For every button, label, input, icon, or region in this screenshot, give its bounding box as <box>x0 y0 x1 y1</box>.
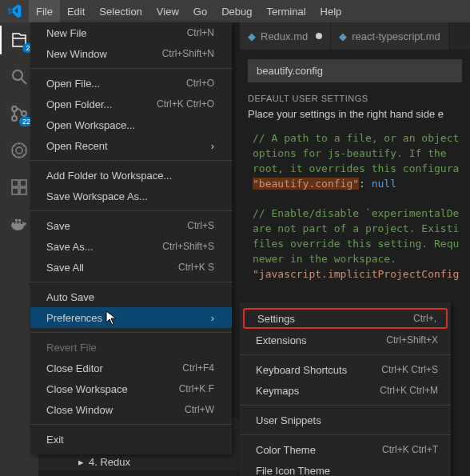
menu-terminal[interactable]: Terminal <box>259 0 313 22</box>
tab-react-typescript[interactable]: ◆ react-typescript.md <box>331 22 449 50</box>
menu-item-label: New File <box>46 27 87 39</box>
folder-name: 4. Redux <box>89 456 130 468</box>
submenu-item-label: Extensions <box>256 334 307 346</box>
shortcut-label: Ctrl+K F <box>179 383 214 394</box>
shortcut-label: Ctrl+Shift+X <box>386 334 438 346</box>
menu-item-open-recent[interactable]: Open Recent› <box>30 135 232 156</box>
menu-item-revert-file: Revert File <box>30 337 232 358</box>
file-menu-dropdown: New FileCtrl+NNew WindowCtrl+Shift+NOpen… <box>30 22 232 454</box>
submenu-item-label: Keymaps <box>256 385 299 397</box>
submenu-item-keyboard-shortcuts[interactable]: Keyboard ShortcutsCtrl+K Ctrl+S <box>240 359 451 380</box>
submenu-item-color-theme[interactable]: Color ThemeCtrl+K Ctrl+T <box>240 439 451 460</box>
menu-go[interactable]: Go <box>186 0 214 22</box>
menu-item-label: Exit <box>46 434 64 446</box>
menu-separator <box>240 434 451 435</box>
activity-extensions[interactable] <box>8 176 30 198</box>
shortcut-label: Ctrl+K Ctrl+S <box>381 364 438 375</box>
menu-item-save-workspace-as[interactable]: Save Workspace As... <box>30 186 232 206</box>
menu-item-close-editor[interactable]: Close EditorCtrl+F4 <box>30 358 232 378</box>
settings-search-input[interactable]: beautify.config <box>248 59 462 82</box>
menu-item-label: Open Recent <box>46 140 108 152</box>
menu-item-new-window[interactable]: New WindowCtrl+Shift+N <box>30 43 232 64</box>
shortcut-label: Ctrl+Shift+N <box>162 48 214 59</box>
menu-view[interactable]: View <box>149 0 186 22</box>
submenu-item-label: Color Theme <box>256 444 316 456</box>
menu-edit[interactable]: Edit <box>60 0 92 22</box>
menu-item-new-file[interactable]: New FileCtrl+N <box>30 22 232 43</box>
shortcut-label: Ctrl+K Ctrl+M <box>380 385 438 396</box>
menu-item-save[interactable]: SaveCtrl+S <box>30 215 232 236</box>
menubar: File Edit Selection View Go Debug Termin… <box>0 0 470 22</box>
menu-help[interactable]: Help <box>313 0 349 22</box>
menu-debug[interactable]: Debug <box>214 0 259 22</box>
settings-code[interactable]: // A path to a file, or an object option… <box>240 128 470 285</box>
submenu-item-file-icon-theme[interactable]: File Icon Theme <box>240 460 451 476</box>
svg-rect-9 <box>20 188 26 194</box>
shortcut-label: Ctrl+F4 <box>182 362 214 374</box>
menu-separator <box>30 160 232 161</box>
menu-separator <box>240 354 451 355</box>
menu-item-label: Close Window <box>46 404 113 416</box>
menu-item-label: Save Workspace As... <box>46 190 148 202</box>
activity-search[interactable] <box>8 66 30 88</box>
chevron-right-icon: › <box>211 140 214 152</box>
menu-selection[interactable]: Selection <box>92 0 149 22</box>
menu-item-label: Close Editor <box>46 362 103 374</box>
menu-item-label: New Window <box>46 48 107 60</box>
shortcut-label: Ctrl+K Ctrl+O <box>157 98 214 110</box>
svg-rect-7 <box>20 180 26 186</box>
menu-item-label: Save <box>46 220 70 232</box>
activity-scm[interactable]: 22 <box>8 102 30 125</box>
menu-item-save-all[interactable]: Save AllCtrl+K S <box>30 257 232 278</box>
shortcut-label: Ctrl+K S <box>178 262 214 273</box>
activity-explorer[interactable]: 2 <box>8 29 30 51</box>
activity-debug[interactable] <box>8 139 30 162</box>
menu-item-open-folder[interactable]: Open Folder...Ctrl+K Ctrl+O <box>30 94 232 114</box>
preferences-submenu: SettingsCtrl+,ExtensionsCtrl+Shift+XKeyb… <box>240 302 451 476</box>
submenu-item-settings[interactable]: SettingsCtrl+, <box>243 308 448 329</box>
submenu-item-extensions[interactable]: ExtensionsCtrl+Shift+X <box>240 330 451 350</box>
menu-item-close-workspace[interactable]: Close WorkspaceCtrl+K F <box>30 378 232 399</box>
menu-item-open-file[interactable]: Open File...Ctrl+O <box>30 73 232 94</box>
chevron-right-icon: ▸ <box>78 456 84 468</box>
submenu-item-user-snippets[interactable]: User Snippets <box>240 410 451 430</box>
svg-point-4 <box>12 143 26 158</box>
menu-item-save-as[interactable]: Save As...Ctrl+Shift+S <box>30 236 232 257</box>
submenu-item-label: Keyboard Shortcuts <box>256 364 347 376</box>
svg-point-0 <box>13 70 22 80</box>
menu-item-exit[interactable]: Exit <box>30 429 232 450</box>
tab-label: react-typescript.md <box>352 30 440 42</box>
menu-item-close-window[interactable]: Close WindowCtrl+W <box>30 399 232 420</box>
svg-point-1 <box>12 106 17 111</box>
settings-section-title: DEFAULT USER SETTINGS <box>240 82 470 108</box>
dirty-indicator-icon <box>316 33 322 39</box>
folder-row[interactable]: ▸ 4. Redux <box>38 453 240 470</box>
settings-description: Place your settings in the right hand si… <box>240 108 470 128</box>
shortcut-label: Ctrl+O <box>186 78 214 89</box>
menu-item-label: Open Workspace... <box>46 119 135 131</box>
activity-docker[interactable] <box>8 213 30 235</box>
submenu-item-label: User Snippets <box>256 414 321 426</box>
shortcut-label: Ctrl+N <box>187 27 214 38</box>
markdown-icon: ◆ <box>339 30 347 42</box>
tab-redux[interactable]: ◆ Redux.md <box>240 22 331 50</box>
shortcut-label: Ctrl+S <box>187 220 214 231</box>
menu-item-open-workspace[interactable]: Open Workspace... <box>30 114 232 135</box>
menu-item-preferences[interactable]: Preferences› <box>30 307 232 328</box>
svg-rect-14 <box>18 219 21 222</box>
chevron-right-icon: › <box>211 312 214 324</box>
menu-item-label: Open Folder... <box>46 98 112 110</box>
menu-item-label: Save As... <box>46 241 94 253</box>
menu-item-label: Save All <box>46 262 84 274</box>
menu-separator <box>30 282 232 282</box>
menu-item-auto-save[interactable]: Auto Save <box>30 286 232 307</box>
menu-item-label: Open File... <box>46 78 100 90</box>
menu-item-add-folder-to-workspace[interactable]: Add Folder to Workspace... <box>30 165 232 186</box>
menu-item-label: Close Workspace <box>46 383 128 395</box>
vscode-logo-icon <box>6 3 22 19</box>
shortcut-label: Ctrl+K Ctrl+T <box>382 444 438 455</box>
menu-separator <box>30 68 232 69</box>
svg-point-5 <box>16 147 22 154</box>
submenu-item-keymaps[interactable]: KeymapsCtrl+K Ctrl+M <box>240 380 451 401</box>
menu-file[interactable]: File <box>29 0 60 22</box>
